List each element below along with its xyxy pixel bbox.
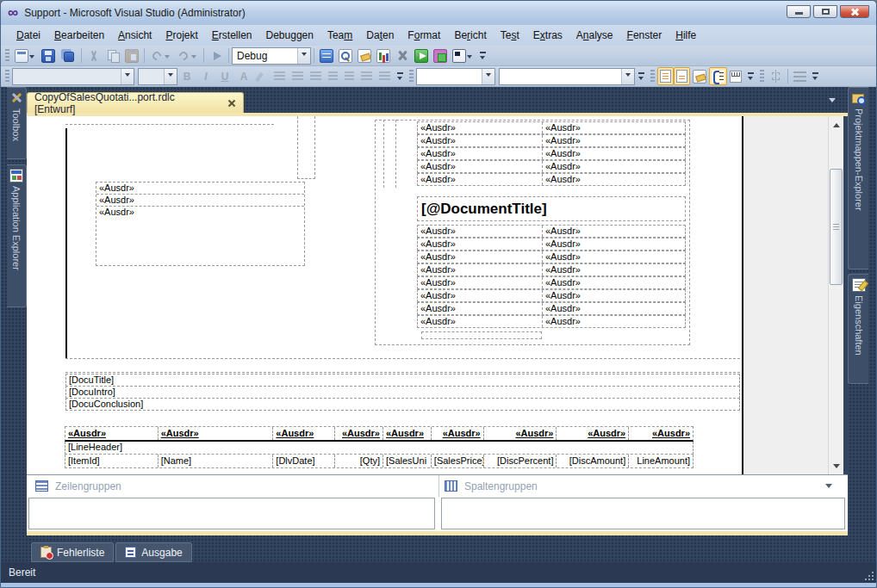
detail-header-cell[interactable]: «Ausdr» bbox=[557, 427, 629, 440]
paste-button[interactable] bbox=[122, 46, 141, 65]
expression-cell[interactable]: «Ausdr» bbox=[543, 135, 685, 146]
toolbar-overflow-button[interactable] bbox=[638, 70, 645, 84]
copy-button[interactable] bbox=[103, 46, 122, 65]
expression-cell[interactable]: «Ausdr» bbox=[543, 251, 685, 263]
expression-cell[interactable]: «Ausdr» bbox=[418, 226, 543, 237]
expression-cell[interactable]: «Ausdr» bbox=[418, 290, 543, 301]
bullet-list-button[interactable] bbox=[341, 67, 358, 85]
font-family-combo[interactable] bbox=[12, 68, 134, 85]
scrollbar-thumb[interactable] bbox=[830, 169, 843, 285]
menu-item-fenster[interactable]: Fenster bbox=[620, 26, 669, 45]
report-placeholder-strip[interactable] bbox=[297, 116, 315, 179]
sidebar-tab-projektmappen-explorer[interactable]: Projektmappen-Explorer bbox=[848, 87, 868, 269]
italic-button[interactable]: I bbox=[196, 68, 215, 85]
numbered-list-button[interactable] bbox=[325, 67, 341, 85]
column-groups-list[interactable] bbox=[441, 498, 845, 529]
align-center-button[interactable] bbox=[289, 67, 307, 85]
expression-cell[interactable]: «Ausdr» bbox=[418, 122, 543, 133]
menu-item-erstellen[interactable]: Erstellen bbox=[205, 26, 259, 45]
document-title-textbox[interactable]: [@DocumentTitle] bbox=[417, 196, 686, 221]
expression-cell[interactable]: «Ausdr» bbox=[418, 161, 543, 172]
expression-cell[interactable]: «Ausdr» bbox=[543, 226, 685, 237]
extension-manager-button[interactable] bbox=[431, 46, 450, 65]
report-units-combo[interactable] bbox=[416, 68, 495, 85]
menu-item-projekt[interactable]: Projekt bbox=[159, 26, 204, 45]
menu-item-datei[interactable]: Datei bbox=[9, 26, 47, 45]
debug-target-combo[interactable]: Debug bbox=[232, 47, 311, 65]
snap-grid-button[interactable] bbox=[767, 67, 785, 85]
expression-cell[interactable]: «Ausdr» bbox=[418, 251, 543, 263]
page-footer-button[interactable] bbox=[674, 67, 690, 85]
detail-header-cell[interactable]: «Ausdr» bbox=[335, 427, 383, 440]
expression-cell[interactable]: «Ausdr» bbox=[418, 264, 543, 275]
save-all-button[interactable] bbox=[58, 47, 78, 65]
start-without-debug-button[interactable] bbox=[412, 46, 431, 65]
detail-data-cell[interactable]: [DiscPercent] bbox=[484, 455, 557, 467]
menu-item-test[interactable]: Test bbox=[494, 26, 526, 45]
start-debug-button[interactable] bbox=[207, 46, 226, 65]
menu-item-daten[interactable]: Daten bbox=[359, 26, 401, 45]
bottom-tab-ausgabe[interactable]: Ausgabe bbox=[115, 542, 191, 562]
align-objects-button[interactable] bbox=[791, 67, 809, 85]
save-button[interactable] bbox=[39, 46, 58, 65]
detail-data-cell[interactable]: LineAmount] bbox=[629, 455, 693, 467]
property-pages-button[interactable] bbox=[355, 46, 374, 65]
menu-item-bearbeiten[interactable]: Bearbeiten bbox=[47, 26, 111, 45]
tab-list-dropdown-icon[interactable] bbox=[829, 98, 836, 106]
ruler-button[interactable] bbox=[727, 68, 744, 85]
menu-item-ansicht[interactable]: Ansicht bbox=[111, 26, 159, 45]
field-docutitle[interactable]: [DocuTitle] bbox=[65, 374, 740, 387]
grouping-options-dropdown-icon[interactable] bbox=[825, 484, 832, 492]
detail-header-cell[interactable]: «Ausdr» bbox=[65, 427, 159, 440]
title-bar[interactable]: ∞ Support - Microsoft Visual Studio (Adm… bbox=[1, 1, 876, 25]
detail-data-cell[interactable]: [SalesPrice] bbox=[432, 455, 484, 467]
detail-data-cell[interactable]: [SalesUni bbox=[383, 455, 432, 467]
detail-header-cell[interactable]: «Ausdr» bbox=[159, 427, 274, 440]
sidebar-tab-toolbox[interactable]: Toolbox bbox=[7, 87, 27, 159]
toolbar-overflow-button[interactable] bbox=[747, 70, 755, 84]
expression-cell[interactable]: «Ausdr» bbox=[543, 122, 685, 133]
restore-button[interactable] bbox=[813, 5, 837, 18]
expression-cell[interactable]: «Ausdr» bbox=[418, 135, 543, 146]
detail-data-cell[interactable]: [DlvDate] bbox=[273, 455, 335, 467]
toolbar-grip[interactable] bbox=[650, 70, 655, 84]
expression-cell[interactable]: «Ausdr» bbox=[543, 303, 685, 314]
report-chart-button[interactable] bbox=[374, 46, 393, 65]
empty-textbox[interactable] bbox=[421, 331, 542, 339]
menu-item-analyse[interactable]: Analyse bbox=[569, 26, 620, 45]
toolbar-grip[interactable] bbox=[5, 49, 9, 63]
expression-cell[interactable]: «Ausdr» bbox=[418, 238, 543, 250]
report-zoom-combo[interactable] bbox=[499, 68, 635, 85]
find-button[interactable] bbox=[336, 46, 355, 65]
field-docuconclusion[interactable]: [DocuConclusion] bbox=[65, 398, 740, 411]
toolbar-overflow-button[interactable] bbox=[396, 70, 404, 84]
close-button[interactable] bbox=[840, 5, 869, 18]
expression-cell[interactable]: «Ausdr» bbox=[418, 303, 543, 314]
font-size-combo[interactable] bbox=[138, 68, 177, 85]
toolbar-grip[interactable] bbox=[409, 70, 414, 84]
menu-item-bericht[interactable]: Bericht bbox=[447, 26, 493, 45]
increase-indent-button[interactable] bbox=[376, 67, 394, 85]
menu-item-extras[interactable]: Extras bbox=[526, 26, 569, 45]
new-item-button[interactable] bbox=[12, 46, 39, 65]
expression-cell[interactable]: «Ausdr» bbox=[96, 183, 304, 195]
align-left-button[interactable] bbox=[271, 67, 289, 85]
expression-cell[interactable]: «Ausdr» bbox=[418, 277, 543, 288]
redo-button[interactable] bbox=[174, 46, 201, 65]
container-handle[interactable] bbox=[383, 120, 384, 188]
resize-grip-icon[interactable] bbox=[863, 570, 874, 580]
tab-close-icon[interactable] bbox=[227, 99, 236, 108]
expression-cell[interactable]: «Ausdr» bbox=[543, 277, 685, 288]
menu-item-format[interactable]: Format bbox=[401, 26, 447, 45]
expression-cell[interactable]: «Ausdr» bbox=[418, 174, 543, 185]
minimize-button[interactable] bbox=[787, 5, 811, 18]
expression-cell[interactable]: «Ausdr» bbox=[543, 264, 685, 275]
expression-cell[interactable]: «Ausdr» bbox=[418, 316, 543, 327]
row-groups-list[interactable] bbox=[28, 498, 435, 529]
detail-data-cell[interactable]: [Name] bbox=[159, 455, 274, 467]
vertical-scrollbar[interactable] bbox=[828, 116, 843, 474]
field-docuintro[interactable]: [DocuIntro] bbox=[65, 386, 740, 399]
command-window-button[interactable] bbox=[450, 46, 476, 65]
toolbar-overflow-button[interactable] bbox=[479, 49, 487, 63]
bold-button[interactable]: B bbox=[177, 68, 196, 85]
